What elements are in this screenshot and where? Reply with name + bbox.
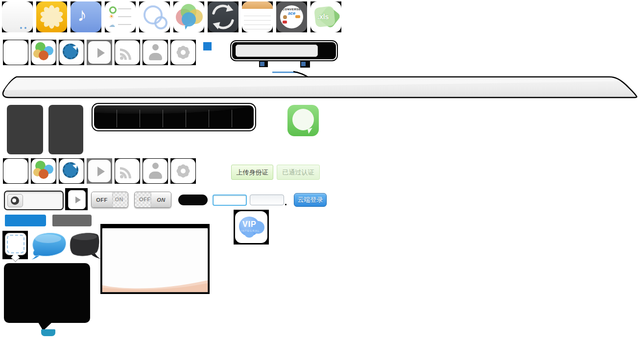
chat-bubbles-icon[interactable] bbox=[173, 1, 204, 32]
card-wave-decoration bbox=[102, 277, 208, 292]
vip-title: VIP bbox=[242, 220, 257, 229]
toggle-on-label: ON bbox=[115, 196, 124, 202]
black-tooltip-bubble bbox=[4, 263, 90, 323]
messages-app-icon[interactable] bbox=[287, 105, 319, 136]
xls-label: .xls bbox=[317, 13, 329, 21]
dark-panel bbox=[48, 105, 83, 154]
app-icons-row: ♪ ☀ ☁ bbox=[2, 1, 341, 32]
mini-search-input[interactable] bbox=[24, 194, 62, 207]
teal-fragment bbox=[41, 329, 55, 336]
vip-badge[interactable]: VIP INTEGRAL bbox=[235, 211, 267, 243]
toggle-knob[interactable]: ON bbox=[151, 192, 171, 207]
white-bubble-tile bbox=[2, 231, 28, 259]
search-input[interactable] bbox=[236, 45, 318, 57]
toggle-off-label: OFF bbox=[139, 196, 151, 202]
toolbar-icons-row-1 bbox=[3, 40, 196, 65]
card-tile bbox=[100, 224, 210, 294]
rss-icon[interactable] bbox=[115, 40, 140, 65]
mini-search-box[interactable] bbox=[4, 191, 64, 210]
verified-badge: 已通过认证 bbox=[277, 165, 320, 180]
cloud-login-button[interactable]: 云端登录 bbox=[294, 193, 327, 207]
user-icon[interactable] bbox=[143, 40, 168, 65]
search-bar-leg bbox=[300, 60, 310, 68]
dark-panel bbox=[7, 105, 43, 154]
upload-id-button[interactable]: 上传身份证 bbox=[231, 165, 273, 180]
blue-dial-icon[interactable] bbox=[59, 158, 84, 184]
toolbar-icons-row-2 bbox=[3, 158, 196, 184]
blue-dial-icon[interactable] bbox=[59, 40, 84, 65]
blue-rect-swatch bbox=[5, 215, 46, 226]
sync-refresh-icon[interactable] bbox=[208, 1, 239, 32]
search-button[interactable] bbox=[320, 44, 334, 57]
linked-circles-icon[interactable] bbox=[139, 1, 170, 32]
white-card bbox=[102, 228, 208, 293]
blank-icon[interactable] bbox=[3, 158, 28, 184]
play-icon[interactable] bbox=[87, 158, 112, 184]
white-speech-bubble bbox=[5, 233, 26, 255]
vip-subtitle: INTEGRAL bbox=[241, 229, 260, 232]
search-bar-leg bbox=[259, 60, 268, 67]
flower-glyph bbox=[36, 1, 67, 32]
notes-app-icon[interactable] bbox=[242, 1, 273, 32]
blue-speech-bubble bbox=[31, 231, 67, 260]
gear-icon[interactable] bbox=[170, 158, 196, 184]
blue-square-swatch bbox=[203, 42, 212, 50]
toggle-off-label: OFF bbox=[96, 197, 108, 203]
blank-icon[interactable] bbox=[3, 40, 28, 65]
text-input[interactable] bbox=[250, 195, 284, 205]
blank-app-icon[interactable] bbox=[2, 1, 33, 32]
cloud-icon: ☁ bbox=[109, 22, 115, 28]
colorful-circles-icon[interactable] bbox=[31, 158, 56, 184]
music-app-icon[interactable]: ♪ bbox=[71, 1, 101, 32]
segmented-toolbar[interactable] bbox=[93, 104, 255, 130]
xls-file-icon[interactable]: .xls bbox=[310, 1, 341, 32]
text-input-focused[interactable] bbox=[213, 195, 247, 206]
music-note-icon: ♪ bbox=[77, 4, 87, 25]
black-pill bbox=[178, 195, 208, 205]
colorful-circles-icon[interactable] bbox=[31, 40, 56, 65]
toggle-knob[interactable]: OFF bbox=[92, 192, 112, 207]
task-list-icon[interactable]: ☀ ☁ bbox=[105, 1, 136, 32]
gray-rect-swatch bbox=[52, 215, 92, 226]
sprite-sheet-canvas: ♪ ☀ ☁ bbox=[0, 0, 644, 343]
flower-photos-icon[interactable] bbox=[36, 1, 67, 32]
glossy-banner bbox=[0, 75, 644, 99]
search-bar[interactable] bbox=[231, 41, 337, 60]
refresh-arrows-glyph bbox=[208, 1, 239, 32]
play-button-tile[interactable] bbox=[65, 188, 88, 210]
vip-badge-tile: VIP INTEGRAL bbox=[234, 210, 269, 245]
dark-speech-bubble bbox=[67, 230, 101, 260]
search-logo-icon bbox=[7, 194, 23, 207]
rss-icon[interactable] bbox=[115, 158, 140, 184]
toggle-on-label: ON bbox=[157, 197, 166, 203]
sun-icon: ☀ bbox=[109, 13, 115, 20]
play-icon[interactable] bbox=[87, 40, 112, 65]
user-icon[interactable] bbox=[143, 158, 168, 184]
toggle-switch-off[interactable]: OFF ON bbox=[91, 192, 128, 208]
brand-logos-icon[interactable]: CONVERSE ace bbox=[276, 1, 307, 32]
gear-icon[interactable] bbox=[170, 40, 196, 65]
toggle-switch-on[interactable]: OFF ON bbox=[134, 192, 171, 208]
